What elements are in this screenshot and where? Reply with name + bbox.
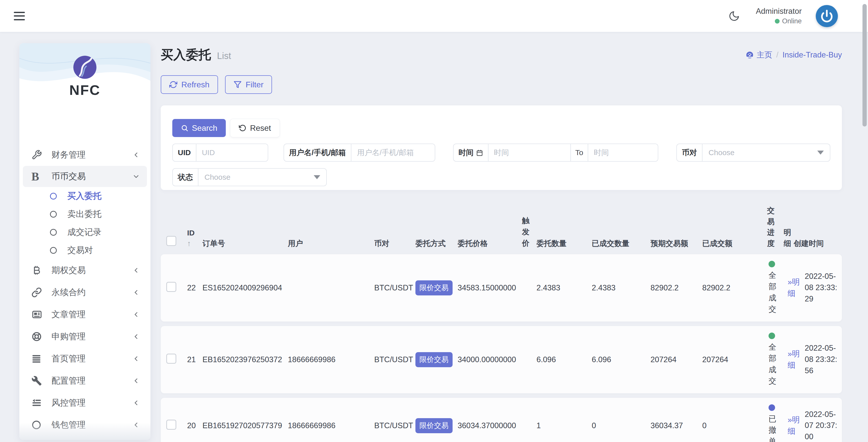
brand-logo-icon xyxy=(73,55,97,79)
sort-asc-icon[interactable]: ↑ xyxy=(187,238,200,249)
orders-table: ID↑ 订单号 用户 币对 委托方式 委托价格 触发价 委托数量 已成交数量 预… xyxy=(161,205,842,442)
user-input[interactable] xyxy=(351,144,434,161)
cell-created: 2022-05-07 20:37:00 xyxy=(805,409,842,442)
cell-filled: 6.096 xyxy=(592,355,651,364)
breadcrumb-home-label: 主页 xyxy=(757,50,772,60)
status-label: 状态 xyxy=(173,169,198,186)
sidebar-subitem-buy-orders[interactable]: 买入委托 xyxy=(19,187,150,205)
sidebar-subitem-sell-orders[interactable]: 卖出委托 xyxy=(19,205,150,223)
sidebar-item-wallet[interactable]: 钱包管理 xyxy=(19,414,150,436)
sidebar-item-label: 钱包管理 xyxy=(52,419,86,431)
circle-icon xyxy=(31,420,47,430)
pair-select[interactable]: Choose xyxy=(703,144,830,161)
time-label: 时间 xyxy=(454,144,489,161)
cell-pair: BTC/USDT xyxy=(374,421,415,430)
toolbar: Refresh Filter xyxy=(161,75,842,94)
order-type-badge: 限价交易 xyxy=(415,418,453,433)
sidebar-item-configuration[interactable]: 配置管理 xyxy=(19,370,150,392)
order-type-badge: 限价交易 xyxy=(415,280,453,296)
sidebar-menu: 财务管理 B 币币交易 买入委托 卖出委托 成交记录 交易对 xyxy=(19,144,150,440)
outdent-icon xyxy=(31,398,47,408)
sidebar-subitem-trading-pairs[interactable]: 交易对 xyxy=(19,241,150,259)
detail-link[interactable]: »明细 xyxy=(787,349,800,370)
select-all-checkbox[interactable] xyxy=(166,236,176,246)
cell-filled: 0 xyxy=(592,421,651,430)
status-text: 已撤单 xyxy=(769,413,778,442)
breadcrumb-separator: / xyxy=(776,50,779,60)
reset-button[interactable]: Reset xyxy=(230,119,280,137)
breadcrumb-current[interactable]: Inside-Trade-Buy xyxy=(782,50,842,60)
row-checkbox[interactable] xyxy=(166,354,176,364)
cell-filled-total: 82902.2 xyxy=(702,283,767,293)
cell-order-no: ES1652024009296904 xyxy=(203,283,288,293)
header-detail: 明细 xyxy=(784,227,794,249)
time-end-input[interactable] xyxy=(588,144,658,161)
sidebar-item-articles[interactable]: 文章管理 xyxy=(19,303,150,326)
detail-link[interactable]: »明细 xyxy=(787,278,800,298)
table-row: 21 EB1652023976250372 18666669986 BTC/US… xyxy=(161,326,842,393)
detail-link[interactable]: »明细 xyxy=(787,415,800,436)
search-label: Search xyxy=(192,124,217,133)
sidebar-subitem-label: 成交记录 xyxy=(67,227,101,238)
dashboard-icon xyxy=(746,51,754,59)
letter-b-icon: B xyxy=(31,170,47,183)
time-start-input[interactable] xyxy=(489,144,570,161)
row-checkbox[interactable] xyxy=(166,282,176,292)
filter-icon xyxy=(234,80,242,89)
status-select-group: 状态 Choose xyxy=(172,168,327,186)
online-dot xyxy=(775,19,780,24)
to-label: To xyxy=(570,144,588,161)
sidebar-item-staking[interactable]: ¥ 质押挖矿 xyxy=(19,436,150,440)
newspaper-icon xyxy=(31,309,47,320)
header-amount: 委托数量 xyxy=(536,238,592,249)
sidebar-subitem-trade-records[interactable]: 成交记录 xyxy=(19,223,150,241)
online-label: Online xyxy=(782,16,802,26)
chevron-down-icon xyxy=(132,172,141,181)
cell-progress: 全部成交 xyxy=(767,261,787,315)
sidebar-item-perpetual-contracts[interactable]: 永续合约 xyxy=(19,281,150,303)
sidebar-item-risk-control[interactable]: 风控管理 xyxy=(19,392,150,414)
header-trigger: 触发价 xyxy=(522,215,536,249)
sidebar-item-subscriptions[interactable]: 申购管理 xyxy=(19,326,150,348)
header-price: 委托价格 xyxy=(458,238,522,249)
refresh-label: Refresh xyxy=(181,80,210,89)
life-ring-icon xyxy=(31,331,47,342)
caret-down-icon xyxy=(817,150,824,155)
sidebar-item-label: 文章管理 xyxy=(52,309,86,320)
brand-name: NFC xyxy=(19,82,150,98)
cell-created: 2022-05-08 23:32:56 xyxy=(805,343,842,376)
avatar[interactable] xyxy=(816,5,838,27)
cell-user: 18666669986 xyxy=(288,355,374,364)
sidebar: NFC 财务管理 B 币币交易 买入委托 卖出委托 成交记录 xyxy=(19,43,150,440)
uid-input[interactable] xyxy=(196,144,268,161)
cell-id: 22 xyxy=(187,283,203,293)
status-select[interactable]: Choose xyxy=(198,169,326,186)
cell-price: 34000.00000000 xyxy=(458,355,522,364)
row-checkbox[interactable] xyxy=(166,420,176,430)
sidebar-item-spot-trade[interactable]: B 币币交易 xyxy=(23,166,147,187)
dark-mode-toggle[interactable] xyxy=(726,8,742,24)
filter-panel: Search Reset UID 用户名/手机/邮箱 时间 xyxy=(161,105,842,190)
cell-price: 36034.37000000 xyxy=(458,421,522,430)
page-scrollbar[interactable] xyxy=(863,4,867,127)
breadcrumb-home[interactable]: 主页 xyxy=(746,50,772,60)
refresh-button[interactable]: Refresh xyxy=(161,75,218,94)
header-filled-total: 已成交额 xyxy=(702,238,767,249)
filter-button[interactable]: Filter xyxy=(225,75,272,94)
header-id[interactable]: ID↑ xyxy=(187,228,203,249)
sidebar-item-finance[interactable]: 财务管理 xyxy=(19,144,150,166)
sidebar-item-homepage[interactable]: 首页管理 xyxy=(19,348,150,370)
caret-down-icon xyxy=(314,175,320,179)
brand[interactable]: NFC xyxy=(19,55,150,98)
link-icon xyxy=(31,287,47,298)
chevron-left-icon xyxy=(132,288,141,297)
sidebar-item-options-trade[interactable]: 期权交易 xyxy=(19,259,150,281)
header-user: 用户 xyxy=(288,238,374,249)
search-button[interactable]: Search xyxy=(172,119,226,137)
header-progress: 交易进度 xyxy=(767,205,784,249)
page-title: 买入委托 xyxy=(161,46,211,63)
user-field-group: 用户名/手机/邮箱 xyxy=(284,143,435,162)
reset-label: Reset xyxy=(250,124,271,133)
sidebar-item-label: 配置管理 xyxy=(52,375,86,386)
menu-toggle-icon[interactable] xyxy=(14,12,25,20)
